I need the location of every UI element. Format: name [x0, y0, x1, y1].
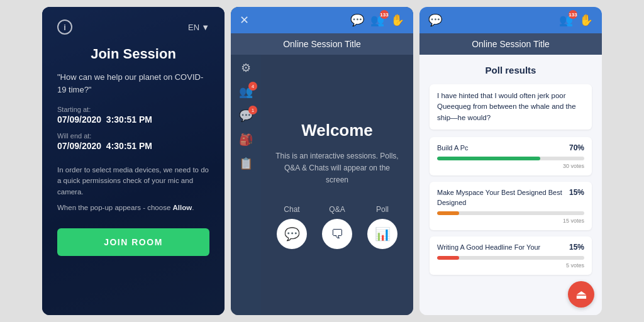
poll-hand-icon[interactable]: ✋	[579, 13, 593, 27]
settings-sidebar-icon[interactable]: ⚙	[241, 61, 251, 75]
poll-chat-icon-wrap: 💬	[428, 13, 442, 27]
starting-time-section: Starting at: 07/09/2020 3:30:51 PM	[57, 106, 209, 125]
join-allow-text: When the pop-up appears - choose Allow.	[57, 203, 209, 213]
poll-question: I have hinted that I would often jerk po…	[430, 84, 592, 130]
poll-action-button[interactable]: 📊	[367, 219, 397, 249]
poll-option-2-label: Make Myspace Your Best Designed Best Des…	[437, 188, 569, 208]
header-icons: 💬 👥 133 ✋	[350, 13, 404, 27]
poll-users-icon-wrap: 👥 133	[559, 13, 573, 27]
poll-users-badge: 133	[569, 10, 577, 19]
poll-option-3: Writing A Good Headline For Your 15% 5 v…	[430, 236, 592, 275]
poll-option-3-label: Writing A Good Headline For Your	[437, 243, 569, 252]
welcome-description: This is an interactive sessions. Polls, …	[274, 150, 401, 187]
poll-option-3-votes: 5 votes	[437, 262, 584, 269]
poll-header-icons: 👥 133 ✋	[559, 13, 593, 27]
poll-option-1-bar-wrap	[437, 157, 584, 160]
poll-option-1-bar	[437, 157, 540, 160]
hand-header-icon[interactable]: ✋	[391, 14, 404, 26]
join-top-bar: i EN ▼	[57, 19, 209, 35]
join-room-button[interactable]: JOIN ROOM	[57, 228, 209, 256]
poll-panel: 💬 👥 133 ✋ Online Session Title Poll resu…	[419, 7, 602, 315]
poll-footer: ⏏	[568, 281, 594, 308]
ending-time-section: Will end at: 07/09/2020 4:30:51 PM	[57, 132, 209, 151]
poll-option-2-votes: 15 votes	[437, 218, 584, 224]
starting-value: 07/09/2020 3:30:51 PM	[57, 114, 209, 125]
poll-session-title: Online Session Title	[472, 39, 550, 49]
chat-action-button[interactable]: 💬	[277, 219, 307, 249]
poll-chat-icon[interactable]: 💬	[428, 14, 442, 26]
people-sidebar-wrap: 👥 4	[239, 85, 253, 99]
bag-sidebar-icon[interactable]: 🎒	[239, 133, 253, 147]
session-title: Online Session Title	[283, 39, 361, 49]
join-session-panel: i EN ▼ Join Session "How can we help our…	[42, 7, 225, 315]
session-actions: Chat 💬 Q&A 🗨 Poll 📊	[277, 205, 397, 249]
poll-results-heading: Poll results	[430, 65, 592, 75]
qa-action-label: Q&A	[329, 205, 345, 214]
join-description: In order to select media devices, we nee…	[57, 165, 209, 197]
poll-option-2-bar	[437, 211, 459, 215]
poll-action: Poll 📊	[367, 205, 397, 249]
poll-title-bar: Online Session Title	[419, 33, 602, 55]
qa-action: Q&A 🗨	[322, 205, 352, 249]
poll-header: 💬 👥 133 ✋	[419, 7, 602, 33]
poll-exit-button[interactable]: ⏏	[568, 281, 594, 308]
chat-sidebar-badge: 1	[248, 106, 257, 114]
session-title-bar: Online Session Title	[231, 33, 413, 55]
poll-option-3-pct: 15%	[569, 243, 584, 252]
welcome-title: Welcome	[301, 121, 373, 140]
users-header-icon-wrap: 👥 133	[370, 13, 384, 27]
chat-header-icon-wrap: 💬	[350, 13, 364, 27]
chat-sidebar-wrap: 💬 1	[239, 109, 253, 123]
poll-option-3-bar-wrap	[437, 256, 584, 260]
poll-option-3-bar	[437, 256, 459, 260]
ending-value: 07/09/2020 4:30:51 PM	[57, 141, 209, 151]
doc-sidebar-icon[interactable]: 📋	[239, 157, 253, 170]
people-sidebar-badge: 4	[248, 82, 257, 91]
ending-label: Will end at:	[57, 132, 209, 140]
session-header: ✕ 💬 👥 133 ✋	[231, 7, 413, 33]
poll-option-1-pct: 70%	[569, 143, 584, 152]
close-button[interactable]: ✕	[240, 13, 249, 27]
chat-action-label: Chat	[284, 205, 299, 214]
poll-option-2: Make Myspace Your Best Designed Best Des…	[430, 182, 592, 230]
info-icon[interactable]: i	[57, 19, 72, 35]
poll-option-1-votes: 30 votes	[437, 163, 584, 169]
poll-option-1-label: Build A Pc	[437, 143, 569, 153]
users-badge: 133	[380, 10, 389, 19]
allow-highlight: Allow	[172, 204, 192, 211]
starting-label: Starting at:	[57, 106, 209, 113]
poll-option-1: Build A Pc 70% 30 votes	[430, 137, 592, 175]
join-quote: "How can we help our planet on COVID-19 …	[57, 71, 209, 96]
poll-action-label: Poll	[376, 205, 389, 214]
poll-option-2-pct: 15%	[569, 188, 584, 197]
chat-action: Chat 💬	[277, 205, 307, 249]
session-body: ⚙ 👥 4 💬 1 🎒 📋 Welcome This is an interac…	[231, 55, 413, 315]
chat-header-icon[interactable]: 💬	[350, 14, 364, 26]
session-sidebar: ⚙ 👥 4 💬 1 🎒 📋	[231, 55, 261, 315]
poll-option-2-bar-wrap	[437, 211, 584, 215]
session-panel: ✕ 💬 👥 133 ✋ Online Session Title ⚙	[231, 7, 413, 315]
session-main: Welcome This is an interactive sessions.…	[261, 55, 413, 315]
qa-action-button[interactable]: 🗨	[322, 219, 352, 249]
poll-content: Poll results I have hinted that I would …	[419, 55, 602, 315]
language-selector[interactable]: EN ▼	[188, 23, 209, 32]
join-title: Join Session	[91, 46, 176, 62]
hand-header-icon-wrap: ✋	[391, 13, 404, 27]
